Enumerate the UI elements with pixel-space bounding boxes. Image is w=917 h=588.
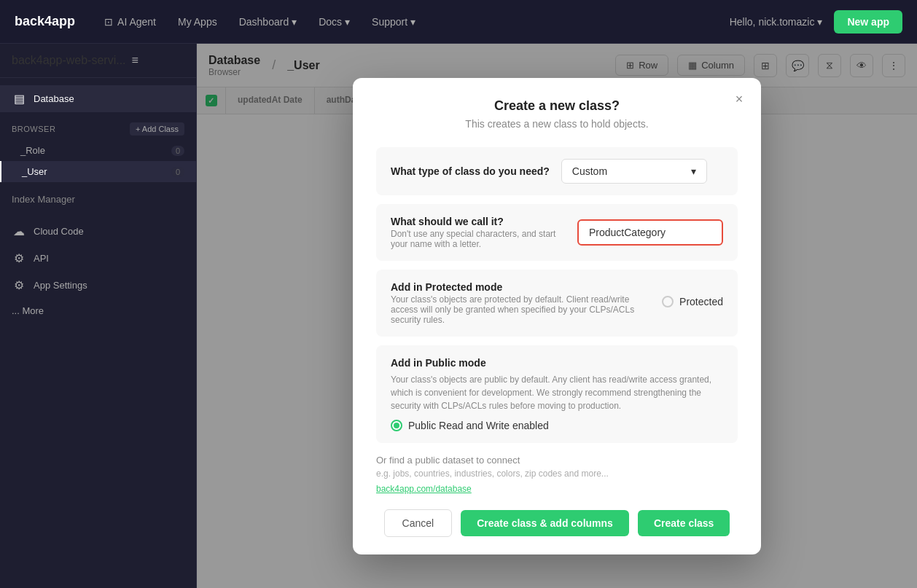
dataset-link[interactable]: back4app.com/database (376, 484, 472, 494)
support-nav[interactable]: Support ▾ (372, 16, 415, 28)
create-class-add-columns-button[interactable]: Create class & add columns (461, 510, 629, 536)
app-title: back4app-web-servi... (12, 54, 126, 67)
modal-title: Create a new class? (376, 98, 738, 114)
modal-close-button[interactable]: × (729, 90, 749, 110)
protected-desc: Your class's objects are protected by de… (391, 294, 650, 325)
sidebar-item-api[interactable]: ⚙ API (0, 245, 196, 272)
bars-icon: ≡ (132, 54, 138, 67)
cancel-button[interactable]: Cancel (384, 509, 453, 537)
api-icon: ⚙ (12, 251, 26, 265)
cloud-icon: ☁ (12, 224, 26, 238)
chevron-down-icon: ▾ (691, 165, 696, 177)
protected-row: Add in Protected mode Your class's objec… (391, 281, 723, 325)
index-manager-item[interactable]: Index Manager (0, 188, 196, 211)
user-greeting[interactable]: Hello, nick.tomazic ▾ (730, 16, 823, 28)
chevron-down-icon: ▾ (345, 16, 350, 28)
dataset-text: Or find a public dataset to connect (376, 455, 738, 466)
name-desc: Don't use any special characters, and st… (391, 229, 566, 249)
browser-section: Browser + Add Class _Role 0 _User 0 (0, 112, 196, 188)
my-apps-nav[interactable]: My Apps (178, 16, 217, 28)
sidebar-item-database[interactable]: ▤ Database (0, 85, 196, 112)
public-radio-row: Public Read and Write enabled (391, 420, 723, 431)
chevron-down-icon: ▾ (410, 16, 415, 28)
modal-subtitle: This creates a new class to hold objects… (376, 118, 738, 130)
protected-radio-option[interactable]: Protected (662, 290, 723, 307)
logo: back4app (15, 14, 75, 29)
protected-radio[interactable] (662, 296, 674, 307)
class-item-role[interactable]: _Role 0 (0, 140, 196, 161)
protected-radio-label: Protected (679, 296, 723, 307)
chevron-down-icon: ▾ (292, 16, 297, 28)
dataset-sub: e.g. jobs, countries, industries, colors… (376, 469, 738, 479)
ai-icon: ⊡ (104, 16, 113, 28)
dataset-section: Or find a public dataset to connect e.g.… (376, 455, 738, 495)
public-mode-desc: Your class's objects are public by defau… (391, 373, 723, 412)
sidebar-item-more[interactable]: ... More (0, 299, 196, 323)
name-label: What should we call it? (391, 216, 566, 227)
name-section: What should we call it? Don't use any sp… (376, 204, 738, 261)
new-app-button[interactable]: New app (834, 10, 902, 34)
name-row: What should we call it? Don't use any sp… (391, 216, 723, 249)
type-label: What type of class do you need? (391, 165, 550, 177)
sidebar: back4app-web-servi... ≡ ▤ Database Brows… (0, 44, 197, 588)
chevron-down-icon: ▾ (817, 16, 822, 28)
public-radio[interactable] (391, 420, 402, 431)
class-name-input[interactable] (577, 219, 723, 246)
protected-section: Add in Protected mode Your class's objec… (376, 270, 738, 337)
app-title-row: back4app-web-servi... ≡ (0, 44, 196, 78)
ai-agent-nav[interactable]: ⊡ AI Agent (104, 16, 156, 28)
browser-header: Browser + Add Class (0, 118, 196, 140)
type-label-group: What type of class do you need? (391, 165, 550, 177)
modal-footer: Cancel Create class & add columns Create… (376, 509, 738, 537)
create-class-button[interactable]: Create class (638, 510, 730, 536)
main-layout: back4app-web-servi... ≡ ▤ Database Brows… (0, 44, 917, 588)
create-class-modal: × Create a new class? This creates a new… (353, 78, 761, 554)
public-mode-label: Add in Public mode (391, 357, 723, 369)
modal-overlay: × Create a new class? This creates a new… (197, 44, 917, 588)
main-content: Database Browser / _User ⊞ Row ▦ Column … (197, 44, 917, 588)
nav-right: Hello, nick.tomazic ▾ New app (730, 10, 902, 34)
protected-label: Add in Protected mode (391, 281, 650, 293)
type-row: What type of class do you need? Custom ▾ (391, 159, 723, 184)
sidebar-item-cloud-code[interactable]: ☁ Cloud Code (0, 218, 196, 245)
sidebar-item-app-settings[interactable]: ⚙ App Settings (0, 272, 196, 299)
dashboard-nav[interactable]: Dashboard ▾ (239, 16, 297, 28)
top-navigation: back4app ⊡ AI Agent My Apps Dashboard ▾ … (0, 0, 917, 44)
type-select[interactable]: Custom ▾ (561, 159, 707, 184)
sidebar-database-section: ▤ Database Browser + Add Class _Role 0 _… (0, 78, 196, 218)
type-section: What type of class do you need? Custom ▾ (376, 147, 738, 195)
protected-label-group: Add in Protected mode Your class's objec… (391, 281, 650, 325)
name-label-group: What should we call it? Don't use any sp… (391, 216, 566, 249)
database-icon: ▤ (12, 92, 26, 106)
docs-nav[interactable]: Docs ▾ (319, 16, 350, 28)
settings-icon: ⚙ (12, 278, 26, 292)
add-class-button[interactable]: + Add Class (130, 122, 184, 136)
class-item-user[interactable]: _User 0 (0, 161, 196, 182)
public-section: Add in Public mode Your class's objects … (376, 345, 738, 443)
public-radio-label: Public Read and Write enabled (408, 420, 549, 431)
